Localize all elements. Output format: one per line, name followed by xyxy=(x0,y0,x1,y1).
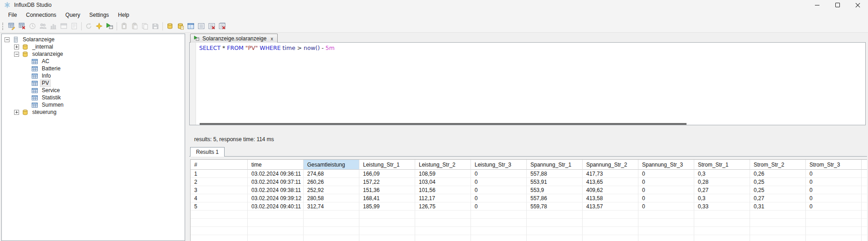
tree-node-statistik[interactable]: Statistik xyxy=(2,94,185,101)
grid-header-index[interactable]: # xyxy=(191,160,248,170)
grid-cell[interactable]: 557,86 xyxy=(527,194,583,202)
grid-cell[interactable]: 0 xyxy=(471,186,527,194)
connection-delete-icon[interactable] xyxy=(17,21,27,31)
grid-cell[interactable]: 413,58 xyxy=(583,194,638,202)
grid-cell[interactable]: 0 xyxy=(806,202,862,211)
grid-cell[interactable]: 252,92 xyxy=(304,186,359,194)
grid-cell[interactable]: 101,56 xyxy=(415,186,471,194)
tree-node-summen[interactable]: Summen xyxy=(2,101,185,108)
export-database-icon[interactable] xyxy=(165,21,175,31)
menu-item-help[interactable]: Help xyxy=(113,10,134,20)
query-tab[interactable]: Solaranzeige.solaranzeige x xyxy=(190,34,278,43)
grid-cell[interactable]: 03.02.2024 09:39:12 xyxy=(248,194,304,202)
view-grid-icon[interactable] xyxy=(186,21,196,31)
grid-cell[interactable]: 0,27 xyxy=(694,186,750,194)
grid-cell[interactable]: 553,9 xyxy=(527,186,583,194)
tree-node-solaranzeige[interactable]: solaranzeige xyxy=(2,50,185,58)
grid-cell[interactable]: 126,75 xyxy=(415,202,471,211)
grid-header-gesamtleistung[interactable]: Gesamtleistung xyxy=(304,160,359,170)
grid-cell[interactable]: 312,74 xyxy=(304,202,359,211)
grid-cell[interactable]: 108,59 xyxy=(415,170,471,178)
close-button[interactable] xyxy=(848,0,868,10)
grid-cell[interactable]: 166,09 xyxy=(359,170,415,178)
grid-cell[interactable]: 0,3 xyxy=(694,194,750,202)
grid-cell[interactable]: 0 xyxy=(806,194,862,202)
restore-button[interactable] xyxy=(827,0,848,10)
grid-cell[interactable]: 0,27 xyxy=(750,194,806,202)
grid-cell[interactable]: 280,58 xyxy=(304,194,359,202)
grid-cell[interactable]: 409,62 xyxy=(583,186,638,194)
tree-node-batterie[interactable]: Batterie xyxy=(2,65,185,72)
grid-cell[interactable]: 157,22 xyxy=(359,178,415,186)
grid-cell[interactable]: 0,26 xyxy=(750,170,806,178)
grid-cell[interactable]: 0 xyxy=(471,194,527,202)
grid-cell[interactable]: 0 xyxy=(471,170,527,178)
grid-cell[interactable]: 559,78 xyxy=(527,202,583,211)
grid-cell[interactable]: 0 xyxy=(638,194,694,202)
grid-header-strom_str_2[interactable]: Strom_Str_2 xyxy=(750,160,806,170)
grid-cell[interactable]: 0 xyxy=(638,178,694,186)
grid-cell[interactable]: 185,99 xyxy=(359,202,415,211)
grid-cell[interactable]: 553,91 xyxy=(527,178,583,186)
grid-header-spannung_str_2[interactable]: Spannung_Str_2 xyxy=(583,160,638,170)
grid-cell[interactable]: 112,17 xyxy=(415,194,471,202)
grid-cell[interactable]: 0,33 xyxy=(694,202,750,211)
grid-cell[interactable]: 0 xyxy=(638,202,694,211)
grid-cell[interactable]: 413,57 xyxy=(583,202,638,211)
results-tab[interactable]: Results 1 xyxy=(190,147,225,157)
grid-cell[interactable]: 03.02.2024 09:36:11 xyxy=(248,170,304,178)
close-all-results-icon[interactable] xyxy=(217,21,227,31)
grid-header-leistung_str_3[interactable]: Leistung_Str_3 xyxy=(471,160,527,170)
grid-cell[interactable]: 274,68 xyxy=(304,170,359,178)
tree-node-info[interactable]: Info xyxy=(2,72,185,79)
grid-header-spannung_str_3[interactable]: Spannung_Str_3 xyxy=(638,160,694,170)
grid-cell[interactable]: 103,04 xyxy=(415,178,471,186)
grid-cell[interactable]: 03.02.2024 09:40:11 xyxy=(248,202,304,211)
query-editor[interactable]: SELECT * FROM "PV" WHERE time > now() - … xyxy=(189,42,866,125)
menu-item-file[interactable]: File xyxy=(4,10,21,20)
connection-edit-icon[interactable] xyxy=(6,21,17,31)
grid-header-strom_str_3[interactable]: Strom_Str_3 xyxy=(806,160,862,170)
editor-hscroll-thumb[interactable] xyxy=(200,123,687,125)
grid-cell[interactable]: 151,36 xyxy=(359,186,415,194)
expand-toggle-icon[interactable] xyxy=(14,110,19,115)
menu-item-connections[interactable]: Connections xyxy=(21,10,61,20)
grid-cell[interactable]: 0,28 xyxy=(694,178,750,186)
grid-cell[interactable]: 557,88 xyxy=(527,170,583,178)
grid-cell[interactable]: 0,31 xyxy=(750,202,806,211)
grid-cell[interactable]: 260,26 xyxy=(304,178,359,186)
tree-node-solaranzeige[interactable]: Solaranzeige xyxy=(2,36,185,43)
grid-header-spannung_str_1[interactable]: Spannung_Str_1 xyxy=(527,160,583,170)
grid-cell[interactable]: 0 xyxy=(471,202,527,211)
menu-item-query[interactable]: Query xyxy=(61,10,85,20)
grid-cell[interactable]: 0,25 xyxy=(750,186,806,194)
grid-cell[interactable]: 0 xyxy=(638,186,694,194)
tree-node-steuerung[interactable]: steuerung xyxy=(2,108,185,116)
collapse-toggle-icon[interactable] xyxy=(5,37,10,42)
grid-cell[interactable]: 5 xyxy=(191,202,248,211)
grid-cell[interactable]: 0 xyxy=(638,170,694,178)
grid-cell[interactable]: 4 xyxy=(191,194,248,202)
expand-toggle-icon[interactable] xyxy=(14,44,19,49)
grid-cell[interactable]: 03.02.2024 09:37:11 xyxy=(248,178,304,186)
grid-cell[interactable]: 413,65 xyxy=(583,178,638,186)
run-query-icon[interactable] xyxy=(104,21,115,31)
grid-cell[interactable]: 2 xyxy=(191,178,248,186)
tree-node-service[interactable]: Service xyxy=(2,87,185,94)
grid-cell[interactable]: 0 xyxy=(471,178,527,186)
minimize-button[interactable] xyxy=(807,0,827,10)
wizard-icon[interactable] xyxy=(94,21,104,31)
grid-cell[interactable]: 0 xyxy=(806,170,862,178)
grid-cell[interactable]: 0 xyxy=(806,186,862,194)
tab-close-icon[interactable]: x xyxy=(270,36,273,41)
grid-cell[interactable]: 1 xyxy=(191,170,248,178)
tree-node-pv[interactable]: PV xyxy=(2,79,185,87)
tree-node-internal[interactable]: _internal xyxy=(2,43,185,50)
grid-cell[interactable]: 417,73 xyxy=(583,170,638,178)
view-list-icon[interactable] xyxy=(196,21,206,31)
tree-node-ac[interactable]: AC xyxy=(2,58,185,65)
grid-cell[interactable]: 03.02.2024 09:38:11 xyxy=(248,186,304,194)
grid-header-time[interactable]: time xyxy=(248,160,304,170)
grid-cell[interactable]: 0,3 xyxy=(694,170,750,178)
grid-header-leistung_str_2[interactable]: Leistung_Str_2 xyxy=(415,160,471,170)
